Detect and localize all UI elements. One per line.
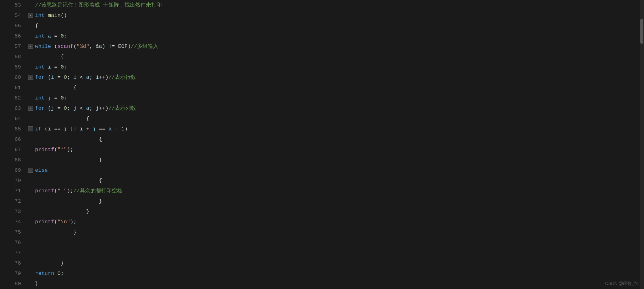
code-line: } — [28, 196, 644, 206]
token-text-white: ( — [51, 43, 57, 49]
token-kw-blue: while — [35, 43, 51, 49]
token-punct: } — [35, 281, 38, 287]
token-var: a — [109, 126, 112, 132]
code-line: int j = 0; — [28, 93, 644, 103]
code-line: int i = 0; — [28, 62, 644, 72]
code-line: } — [28, 155, 644, 165]
token-var: i — [73, 74, 76, 80]
token-kw-int: int — [35, 33, 45, 39]
fold-button[interactable]: - — [28, 126, 33, 131]
line-number: 76 — [0, 237, 21, 248]
token-punct: { — [35, 85, 77, 91]
token-text-white: ) != EOF) — [102, 43, 131, 49]
token-text-white: ); — [70, 219, 76, 225]
code-line: -if (i == j || i + j == a - 1) — [28, 124, 644, 134]
token-var: i — [80, 126, 83, 132]
token-text-white: = — [51, 64, 61, 70]
token-var: j — [48, 95, 51, 101]
line-number: 78 — [0, 258, 21, 268]
code-area[interactable]: //该思路是记住！图形着成 十矩阵，找出然件未打印-int main(){int… — [25, 0, 644, 289]
token-kw-int: return — [35, 271, 54, 276]
token-string: "*" — [57, 147, 67, 153]
token-kw-int: int — [35, 64, 45, 70]
code-line: printf("\n"); — [28, 217, 644, 227]
token-text-white: ) — [125, 126, 128, 132]
line-number: 67 — [0, 144, 21, 155]
code-line: { — [28, 134, 644, 144]
token-number: 0 — [64, 105, 67, 111]
line-number: 54 — [0, 10, 21, 21]
line-numbers: 5354555657585960616263646566676869707172… — [0, 0, 25, 289]
line-number: 53 — [0, 0, 21, 10]
token-text-white: ( — [73, 43, 76, 49]
editor-container: 5354555657585960616263646566676869707172… — [0, 0, 644, 289]
token-kw-int: int — [35, 13, 45, 18]
token-text-white: - — [112, 126, 121, 132]
token-text-white — [45, 64, 48, 70]
line-number: 62 — [0, 93, 21, 103]
token-punct: ; — [64, 95, 67, 101]
line-number: 80 — [0, 279, 21, 289]
token-text-white: = — [54, 105, 64, 111]
scrollbar-thumb[interactable] — [640, 19, 643, 44]
token-var: a — [99, 43, 102, 49]
fold-button[interactable]: - — [28, 106, 33, 111]
code-line: } — [28, 206, 644, 217]
scrollbar-vertical[interactable] — [640, 0, 644, 289]
token-kw-blue: for — [35, 74, 45, 80]
line-number: 70 — [0, 175, 21, 186]
token-punct: { — [35, 54, 64, 60]
token-text-white: || — [67, 126, 80, 132]
token-punct: } — [35, 209, 89, 215]
fold-button[interactable]: - — [28, 168, 33, 173]
code-line: } — [28, 279, 644, 289]
token-macro: printf — [35, 147, 54, 153]
code-line: printf(" ");//其余的都打印空格 — [28, 186, 644, 196]
token-text-white: < — [77, 74, 86, 80]
code-line: -else — [28, 165, 644, 175]
fold-button[interactable]: - — [28, 13, 33, 18]
token-text-white: + — [83, 126, 93, 132]
code-line: -int main() — [28, 10, 644, 21]
line-number: 73 — [0, 206, 21, 217]
fold-button[interactable]: - — [28, 44, 33, 49]
line-number: 66 — [0, 134, 21, 144]
token-string: "%d" — [77, 43, 89, 49]
line-number: 56 — [0, 31, 21, 41]
token-kw-blue: for — [35, 105, 45, 111]
token-kw-int: int — [35, 95, 45, 101]
token-text-white: = — [51, 33, 61, 39]
token-var: j — [73, 105, 76, 111]
line-number: 72 — [0, 196, 21, 206]
line-number: 75 — [0, 227, 21, 237]
token-text-white: ( — [45, 105, 51, 111]
token-text-white — [54, 271, 57, 276]
token-number: 0 — [57, 271, 60, 276]
token-text-white: , & — [89, 43, 99, 49]
line-number: 59 — [0, 62, 21, 72]
token-text-white: ++) — [99, 74, 109, 80]
token-comment: //多组输入 — [131, 43, 158, 49]
token-var: i — [51, 74, 54, 80]
code-line: //该思路是记住！图形着成 十矩阵，找出然件未打印 — [28, 0, 644, 10]
fold-button[interactable]: - — [28, 75, 33, 80]
token-punct: ; — [64, 64, 67, 70]
code-line: -while (scanf("%d", &a) != EOF)//多组输入 — [28, 41, 644, 52]
code-line: return 0; — [28, 268, 644, 279]
token-text-white: ; — [67, 105, 73, 111]
code-line: } — [28, 227, 644, 237]
token-text-white: ); — [67, 147, 73, 153]
line-number: 57 — [0, 41, 21, 52]
token-punct: () — [61, 13, 67, 18]
token-macro: printf — [35, 188, 54, 194]
token-punct: ; — [64, 33, 67, 39]
line-number: 64 — [0, 114, 21, 124]
token-punct: } — [35, 157, 102, 163]
code-line: -for (i = 0; i < a; i++)//表示行数 — [28, 72, 644, 83]
token-macro: scanf — [57, 43, 73, 49]
token-text-white — [45, 13, 48, 18]
token-text-white — [45, 33, 48, 39]
token-number: 0 — [61, 95, 64, 101]
token-number: 0 — [64, 74, 67, 80]
token-text-white: ; — [67, 74, 73, 80]
